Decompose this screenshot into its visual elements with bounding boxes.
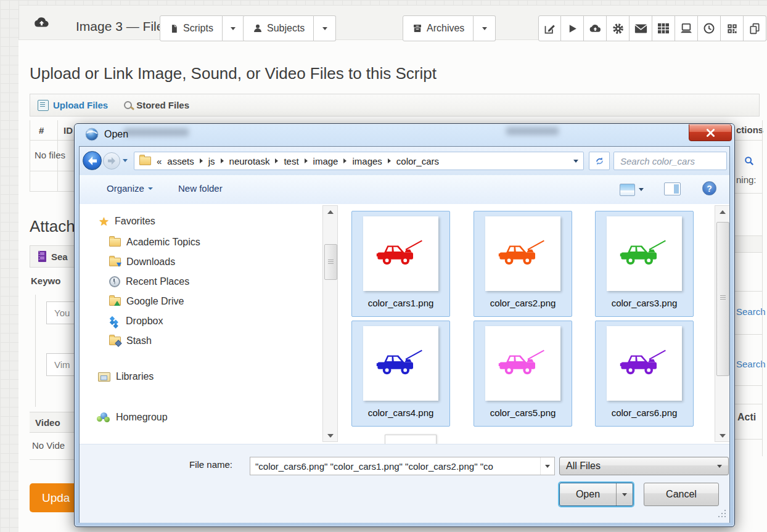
refresh-button[interactable] xyxy=(589,152,610,170)
views-button[interactable] xyxy=(620,182,649,197)
qrcode-icon xyxy=(726,23,738,35)
file-type-select[interactable]: All Files xyxy=(559,457,729,475)
data-table-button[interactable] xyxy=(652,15,675,41)
sidebar-item-academic-topics[interactable]: Academic Topics xyxy=(109,235,200,250)
file-tile[interactable]: color_cars3.png xyxy=(595,211,694,317)
organize-menu-button[interactable]: Organize xyxy=(107,183,153,194)
file-list-scrollbar[interactable] xyxy=(715,205,729,442)
dialog-body: « assets js neurotask test image images … xyxy=(79,146,730,523)
preview-pane-button[interactable] xyxy=(664,182,681,195)
subjects-dropdown-button[interactable] xyxy=(314,15,336,41)
messages-button[interactable] xyxy=(630,15,652,41)
breadcrumb-dropdown-icon[interactable] xyxy=(573,160,578,163)
file-name-combo xyxy=(250,457,555,475)
qrcode-button[interactable] xyxy=(721,15,744,41)
upload-button[interactable] xyxy=(584,15,607,41)
forward-button[interactable] xyxy=(103,152,120,170)
video-table-header: Video xyxy=(30,412,74,433)
youtube-input[interactable]: You xyxy=(46,301,75,324)
search-link[interactable]: Search xyxy=(736,306,766,317)
search-input[interactable] xyxy=(614,156,744,166)
settings-button[interactable] xyxy=(607,15,630,41)
breadcrumb-item[interactable]: neurotask xyxy=(229,156,270,166)
file-name-input[interactable] xyxy=(250,461,540,472)
close-icon xyxy=(706,129,715,137)
close-button[interactable] xyxy=(689,124,732,141)
archives-dropdown-button[interactable] xyxy=(474,15,496,41)
breadcrumb-item[interactable]: test xyxy=(284,156,298,166)
scripts-dropdown-button[interactable] xyxy=(223,15,245,41)
file-name: color_cars6.png xyxy=(596,407,693,418)
history-dropdown-icon[interactable] xyxy=(123,159,128,162)
edit-button[interactable] xyxy=(538,15,561,41)
archives-button-group: Archives xyxy=(403,15,496,41)
chevron-down-icon xyxy=(148,187,153,190)
file-tile[interactable]: color_cars2.png xyxy=(474,211,572,317)
files-tabbar: Upload Files Stored Files xyxy=(30,94,760,117)
new-folder-button[interactable]: New folder xyxy=(178,183,223,194)
file-tile[interactable]: color_cars5.png xyxy=(474,321,572,427)
partially-visible-file[interactable] xyxy=(385,435,437,444)
sidebar-scrollbar[interactable] xyxy=(322,205,338,442)
vimeo-input[interactable]: Vim xyxy=(46,353,75,376)
sidebar-item-google-drive[interactable]: Google Drive xyxy=(109,294,184,309)
run-button[interactable] xyxy=(561,15,584,41)
breadcrumb-separator-icon[interactable] xyxy=(343,158,347,163)
scripts-button-group: Scripts xyxy=(160,15,245,41)
file-tile[interactable]: color_cars6.png xyxy=(595,321,694,427)
breadcrumb-item-current[interactable]: color_cars xyxy=(396,156,439,166)
subjects-button-group: Subjects xyxy=(243,15,336,41)
breadcrumb[interactable]: « assets js neurotask test image images … xyxy=(134,152,584,170)
scrollbar-thumb[interactable] xyxy=(324,244,337,280)
archives-button[interactable]: Archives xyxy=(403,15,474,41)
sidebar-item-recent-places[interactable]: Recent Places xyxy=(109,274,189,289)
back-button[interactable] xyxy=(83,151,102,170)
sidebar-item-label: Recent Places xyxy=(126,276,189,287)
vimeo-input-fragment: Vim xyxy=(54,359,70,370)
breadcrumb-item[interactable]: assets xyxy=(167,156,194,166)
open-dropdown-button[interactable] xyxy=(616,483,633,505)
breadcrumb-item[interactable]: images xyxy=(352,156,382,166)
breadcrumb-overflow[interactable]: « xyxy=(157,156,162,166)
sidebar-item-libraries[interactable]: Libraries xyxy=(98,369,154,384)
sidebar-item-downloads[interactable]: Downloads xyxy=(109,255,175,269)
scripts-button[interactable]: Scripts xyxy=(160,15,223,41)
command-bar: Organize New folder ? xyxy=(80,175,729,205)
help-button[interactable]: ? xyxy=(702,181,716,195)
tab-upload-files[interactable]: Upload Files xyxy=(38,100,108,111)
breadcrumb-separator-icon[interactable] xyxy=(305,158,308,163)
scroll-up-icon[interactable] xyxy=(323,206,337,218)
breadcrumb-item[interactable]: image xyxy=(313,156,338,166)
tab-search-videos[interactable]: Sea xyxy=(30,245,75,268)
file-tile[interactable]: color_cars4.png xyxy=(351,321,450,427)
scroll-down-icon[interactable] xyxy=(715,430,729,441)
history-button[interactable] xyxy=(698,15,721,41)
cancel-button[interactable]: Cancel xyxy=(644,483,719,506)
subjects-button[interactable]: Subjects xyxy=(243,15,314,41)
scroll-up-icon[interactable] xyxy=(715,206,729,218)
breadcrumb-separator-icon[interactable] xyxy=(221,158,224,163)
sidebar-item-stash[interactable]: Stash xyxy=(109,334,152,348)
breadcrumb-separator-icon[interactable] xyxy=(388,158,391,163)
folder-icon xyxy=(109,238,121,247)
file-icon xyxy=(169,23,179,35)
resize-grip[interactable] xyxy=(718,510,726,517)
scroll-down-icon[interactable] xyxy=(323,430,337,441)
search-link[interactable]: Search xyxy=(736,359,766,369)
breadcrumb-separator-icon[interactable] xyxy=(275,158,278,163)
search-icon[interactable] xyxy=(744,156,759,166)
file-name: color_cars2.png xyxy=(474,298,572,308)
sidebar-item-dropbox[interactable]: Dropbox xyxy=(109,314,163,329)
file-name-dropdown-button[interactable] xyxy=(540,457,554,475)
file-tile[interactable]: color_cars1.png xyxy=(351,211,450,317)
sidebar-item-favorites[interactable]: ★ Favorites xyxy=(99,214,155,229)
breadcrumb-separator-icon[interactable] xyxy=(200,158,203,163)
breadcrumb-item[interactable]: js xyxy=(208,156,215,166)
devices-button[interactable] xyxy=(675,15,698,41)
scrollbar-thumb[interactable] xyxy=(716,222,729,376)
monitor-icon xyxy=(679,23,693,35)
open-button[interactable]: Open xyxy=(560,489,616,500)
sidebar-item-homegroup[interactable]: Homegroup xyxy=(97,410,168,425)
tab-stored-files[interactable]: Stored Files xyxy=(124,100,189,110)
duplicate-button[interactable] xyxy=(744,15,766,41)
